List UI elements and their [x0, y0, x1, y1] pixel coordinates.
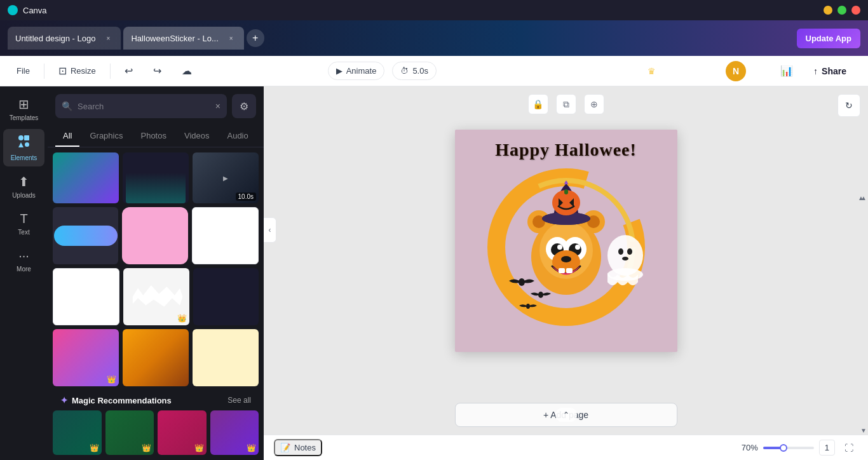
grid-item-purple-rec[interactable]: 👑 [210, 410, 259, 455]
user-avatar[interactable]: N [726, 61, 746, 81]
magic-rec-title: ✦ Magic Recommendations [60, 395, 172, 405]
sidebar-item-text[interactable]: T Text [3, 206, 44, 241]
elements-label: Elements [11, 154, 37, 161]
expand-icon[interactable]: ⊕ [584, 94, 604, 114]
magic-rec-header: ✦ Magic Recommendations See all [53, 390, 259, 410]
more-label: More [17, 266, 31, 273]
collapse-panel-button[interactable]: ‹ [264, 217, 276, 243]
tab-photos[interactable]: Photos [133, 126, 173, 147]
get-pro-button[interactable]: ♛ Get Canva Pro [640, 62, 721, 80]
search-bar: 🔍 × ⚙ [48, 86, 264, 126]
add-tab-button[interactable]: + [247, 29, 264, 47]
clear-search-button[interactable]: × [215, 101, 220, 111]
grid-item-green-rec[interactable]: 👑 [105, 410, 154, 455]
grid-row-1: ▶ 10.0s [53, 152, 259, 203]
tab-halloween[interactable]: HalloweenSticker - Lo... × [123, 27, 243, 50]
scroll-canvas-down[interactable]: ▼ [859, 426, 868, 435]
maximize-button[interactable]: □ [837, 6, 846, 15]
svg-rect-3 [25, 142, 29, 147]
file-button[interactable]: File [10, 62, 36, 79]
svg-rect-32 [564, 189, 568, 194]
tab-untitled[interactable]: Untitled design - Logo × [8, 27, 121, 50]
crown-badge: 👑 [107, 375, 116, 384]
search-input-container[interactable]: 🔍 × [55, 94, 227, 118]
minimize-button[interactable]: − [824, 6, 832, 15]
sidebar-item-templates[interactable]: ⊞ Templates [3, 91, 44, 126]
halloween-svg [455, 130, 677, 352]
top-bar-right: Update App [797, 29, 860, 48]
grid-item-white-rect[interactable] [53, 268, 119, 325]
crown-badge: 👑 [90, 443, 99, 452]
filter-icon: ⚙ [240, 100, 248, 112]
window-controls: − □ × [824, 6, 860, 15]
resize-button[interactable]: ⊡ Resize [52, 61, 102, 81]
analytics-button[interactable]: 📊 [776, 61, 797, 81]
zoom-slider-thumb[interactable] [780, 444, 787, 452]
svg-point-24 [561, 256, 571, 262]
update-app-button[interactable]: Update App [797, 29, 860, 48]
tab-all[interactable]: All [55, 126, 79, 147]
tab-all-label: All [63, 131, 72, 140]
grid-item-dark-city[interactable] [123, 152, 189, 203]
grid-item-pink-round[interactable] [122, 207, 187, 264]
svg-point-33 [519, 278, 525, 286]
animate-button[interactable]: ▶ Animate [328, 62, 385, 80]
grid-item-teal-rec[interactable]: 👑 [53, 410, 102, 455]
scroll-canvas-up[interactable]: ▲ [857, 193, 865, 202]
sidebar-item-elements[interactable]: Elements [3, 129, 44, 166]
bottom-toolbar: 📝 Notes 70% 1 ⛶ [264, 435, 868, 460]
magic-rec-label: Magic Recommendations [72, 396, 172, 405]
search-icon: 🔍 [62, 101, 72, 111]
redo-button[interactable]: ↪ [147, 61, 168, 81]
grid-item-dark-square[interactable] [193, 268, 259, 325]
zoom-slider[interactable] [763, 447, 814, 449]
sidebar-icons: ⊞ Templates Elements ⬆ Uploads T Text ··… [0, 86, 48, 460]
grid-item-cream[interactable] [193, 329, 259, 386]
add-people-button[interactable]: + [751, 61, 771, 81]
grid-item-pink-grad[interactable]: 👑 [53, 329, 119, 386]
timer-button[interactable]: ⏱ 5.0s [392, 62, 437, 80]
svg-point-0 [18, 135, 24, 140]
share-button[interactable]: ↑ Share [802, 61, 858, 81]
filter-button[interactable]: ⚙ [232, 94, 256, 118]
svg-point-34 [538, 292, 543, 298]
lock-icon[interactable]: 🔒 [528, 94, 548, 114]
svg-point-22 [575, 245, 580, 250]
grid-row-2 [53, 207, 259, 264]
crown-badge: 👑 [247, 443, 256, 452]
grid-item-pill[interactable] [53, 207, 118, 264]
grid-item-white-brush[interactable]: 👑 [123, 268, 189, 325]
toolbar-divider-1 [44, 64, 44, 79]
tab-label: HalloweenSticker - Lo... [131, 34, 218, 43]
grid-item-pink-rec[interactable]: 👑 [158, 410, 207, 455]
save-cloud-button[interactable]: ☁ [175, 61, 198, 81]
notes-button[interactable]: 📝 Notes [274, 439, 322, 456]
see-all-button[interactable]: See all [227, 396, 251, 405]
grid-item-gold[interactable] [123, 329, 189, 386]
page-count: 1 [819, 440, 835, 456]
undo-button[interactable]: ↩ [118, 61, 139, 81]
grid-item-gradient-teal[interactable] [53, 152, 119, 203]
undo-icon: ↩ [125, 65, 133, 77]
copy-icon[interactable]: ⧉ [556, 94, 576, 114]
search-panel: 🔍 × ⚙ All Graphics Photos Videos A [48, 86, 264, 460]
duration-badge: 10.0s [236, 193, 256, 201]
grid-item-white-square[interactable] [192, 207, 259, 264]
svg-point-35 [526, 304, 530, 309]
search-input[interactable] [78, 102, 210, 111]
close-button[interactable]: × [851, 6, 860, 15]
templates-label: Templates [10, 114, 39, 121]
canvas-frame[interactable]: Happy Hallowee! [455, 130, 677, 352]
sidebar-item-more[interactable]: ··· More [3, 243, 44, 278]
crown-badge: 👑 [194, 443, 204, 452]
grid-item-video[interactable]: ▶ 10.0s [193, 152, 259, 203]
tab-audio[interactable]: Audio [219, 126, 255, 147]
tab-close-halloween[interactable]: × [226, 33, 236, 43]
tabs-area: Untitled design - Logo × HalloweenSticke… [8, 27, 797, 50]
tab-graphics[interactable]: Graphics [82, 126, 130, 147]
fullscreen-button[interactable]: ⛶ [840, 439, 858, 457]
tab-close-untitled[interactable]: × [103, 33, 113, 43]
refresh-canvas-button[interactable]: ↻ [837, 94, 860, 117]
tab-videos[interactable]: Videos [177, 126, 217, 147]
sidebar-item-uploads[interactable]: ⬆ Uploads [3, 169, 44, 204]
